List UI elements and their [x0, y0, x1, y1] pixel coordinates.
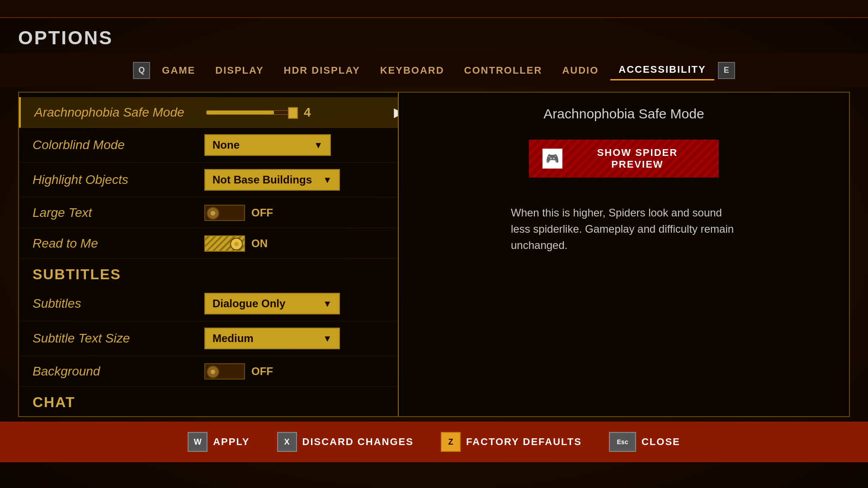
controller-icon: 🎮 [542, 149, 562, 169]
large-text-state: OFF [251, 206, 273, 219]
setting-subtitles[interactable]: Subtitles Dialogue Only ▼ [19, 286, 398, 321]
background-toggle-container[interactable]: OFF [204, 363, 273, 380]
subtitle-text-size-value: Medium [212, 332, 318, 345]
large-text-toggle[interactable] [204, 205, 245, 221]
main-content: Arachnophobia Safe Mode 4 ► Colorblind M… [18, 92, 850, 417]
close-action[interactable]: Esc CLOSE [609, 432, 680, 452]
read-to-me-knob [230, 238, 243, 250]
background-toggle-bg [204, 363, 245, 380]
read-to-me-label: Read to Me [33, 236, 204, 251]
description-panel: Arachnophobia Safe Mode 🎮 SHOW SPIDER PR… [399, 93, 849, 416]
header: OPTIONS [0, 18, 868, 53]
setting-chat-tts[interactable]: Chat Text to Speech OFF [19, 414, 398, 416]
arachnophobia-slider-container[interactable]: 4 [206, 105, 317, 120]
setting-large-text[interactable]: Large Text OFF [19, 197, 398, 228]
description-title: Arachnophobia Safe Mode [543, 106, 704, 122]
nav-right-key[interactable]: E [718, 62, 735, 79]
subtitle-text-size-dropdown[interactable]: Medium ▼ [204, 328, 340, 349]
background-knob [207, 366, 219, 378]
setting-highlight-objects[interactable]: Highlight Objects Not Base Buildings ▼ [19, 163, 398, 197]
background-toggle[interactable] [204, 363, 245, 380]
subtitles-dropdown[interactable]: Dialogue Only ▼ [204, 293, 340, 314]
subtitles-header: SUBTITLES [19, 259, 398, 286]
subtitle-text-size-label: Subtitle Text Size [33, 331, 204, 346]
apply-label: APPLY [213, 436, 250, 448]
tab-audio[interactable]: AUDIO [554, 61, 607, 80]
description-body: When this is higher, Spiders look and so… [511, 205, 737, 253]
close-key: Esc [609, 432, 636, 452]
setting-arachnophobia[interactable]: Arachnophobia Safe Mode 4 ► [19, 97, 398, 128]
discard-label: DISCARD CHANGES [302, 436, 414, 448]
factory-key: Z [441, 432, 461, 452]
colorblind-arrow: ▼ [314, 140, 323, 150]
subtitles-arrow: ▼ [323, 299, 332, 309]
tab-keyboard[interactable]: KEYBOARD [372, 61, 453, 80]
read-to-me-toggle-container[interactable]: ON [204, 235, 268, 252]
factory-label: FACTORY DEFAULTS [466, 436, 582, 448]
setting-background[interactable]: Background OFF [19, 356, 398, 387]
large-text-label: Large Text [33, 206, 204, 220]
spider-preview-label: SHOW SPIDER PREVIEW [570, 147, 705, 170]
bottom-bar: W APPLY X DISCARD CHANGES Z FACTORY DEFA… [0, 422, 868, 462]
subtitles-value: Dialogue Only [212, 297, 318, 310]
background-label: Background [33, 364, 204, 379]
subtitle-text-size-arrow: ▼ [323, 333, 332, 344]
nav-tabs: Q GAME DISPLAY HDR DISPLAY KEYBOARD CONT… [0, 53, 868, 87]
large-text-toggle-bg [204, 205, 245, 221]
background-state: OFF [251, 365, 273, 378]
read-to-me-toggle[interactable] [204, 235, 245, 252]
colorblind-label: Colorblind Mode [33, 138, 204, 152]
nav-left-key[interactable]: Q [133, 62, 150, 79]
page-title: OPTIONS [18, 27, 850, 49]
subtitles-label: Subtitles [33, 296, 204, 311]
slider-fill [207, 111, 274, 114]
read-to-me-toggle-bg [204, 235, 245, 252]
tab-hdr-display[interactable]: HDR DISPLAY [276, 61, 368, 80]
top-bar [0, 0, 868, 18]
tab-display[interactable]: DISPLAY [207, 61, 272, 80]
tab-game[interactable]: GAME [154, 61, 203, 80]
apply-action[interactable]: W APPLY [188, 432, 250, 452]
read-to-me-state: ON [251, 237, 268, 250]
tab-accessibility[interactable]: ACCESSIBILITY [610, 60, 714, 80]
setting-colorblind[interactable]: Colorblind Mode None ▼ [19, 128, 398, 163]
close-label: CLOSE [642, 436, 680, 448]
arachnophobia-label: Arachnophobia Safe Mode [34, 105, 206, 120]
slider-thumb[interactable] [288, 107, 298, 119]
setting-read-to-me[interactable]: Read to Me ON [19, 228, 398, 259]
highlight-objects-arrow: ▼ [323, 175, 332, 185]
setting-subtitle-text-size[interactable]: Subtitle Text Size Medium ▼ [19, 321, 398, 356]
cursor-arrow: ► [391, 103, 399, 122]
discard-action[interactable]: X DISCARD CHANGES [277, 432, 414, 452]
apply-key: W [188, 432, 208, 452]
settings-panel: Arachnophobia Safe Mode 4 ► Colorblind M… [19, 93, 399, 416]
slider-value: 4 [304, 105, 317, 120]
factory-defaults-action[interactable]: Z FACTORY DEFAULTS [441, 432, 582, 452]
highlight-objects-dropdown[interactable]: Not Base Buildings ▼ [204, 169, 340, 191]
tab-controller[interactable]: CONTROLLER [456, 61, 551, 80]
colorblind-value: None [212, 139, 309, 151]
colorblind-dropdown[interactable]: None ▼ [204, 134, 331, 156]
chat-header: CHAT [19, 387, 398, 414]
large-text-knob [207, 207, 219, 220]
show-spider-preview-button[interactable]: 🎮 SHOW SPIDER PREVIEW [529, 140, 719, 178]
large-text-toggle-container[interactable]: OFF [204, 205, 273, 221]
discard-key: X [277, 432, 297, 452]
slider-track[interactable] [206, 110, 297, 115]
highlight-objects-label: Highlight Objects [33, 173, 204, 187]
highlight-objects-value: Not Base Buildings [212, 174, 318, 186]
